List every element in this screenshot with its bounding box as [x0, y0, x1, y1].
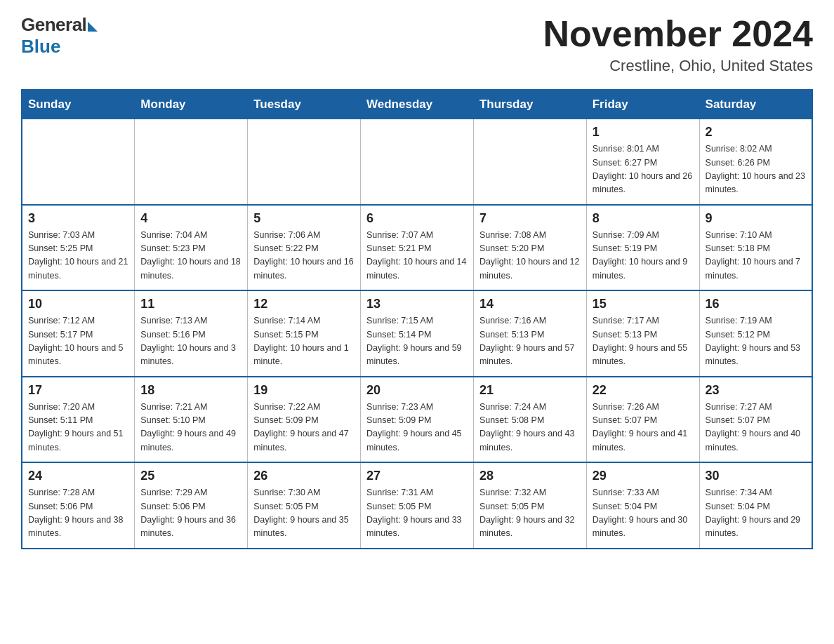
day-info: Sunrise: 8:01 AMSunset: 6:27 PMDaylight:…	[593, 142, 694, 197]
day-number: 13	[366, 297, 468, 311]
day-number: 9	[706, 211, 806, 226]
location-subtitle: Crestline, Ohio, United States	[543, 57, 813, 75]
weekday-header-wednesday: Wednesday	[361, 90, 474, 119]
calendar-week-row: 10Sunrise: 7:12 AMSunset: 5:17 PMDayligh…	[22, 290, 812, 377]
page-header: General Blue November 2024 Crestline, Oh…	[21, 14, 813, 75]
day-number: 19	[253, 383, 355, 398]
day-info: Sunrise: 7:04 AMSunset: 5:23 PMDaylight:…	[140, 229, 241, 283]
calendar-cell: 18Sunrise: 7:21 AMSunset: 5:10 PMDayligh…	[135, 377, 248, 463]
day-info: Sunrise: 7:03 AMSunset: 5:25 PMDaylight:…	[28, 229, 128, 283]
calendar-cell: 6Sunrise: 7:07 AMSunset: 5:21 PMDaylight…	[361, 205, 474, 291]
day-info: Sunrise: 7:24 AMSunset: 5:08 PMDaylight:…	[479, 401, 581, 455]
day-info: Sunrise: 7:26 AMSunset: 5:07 PMDaylight:…	[593, 401, 694, 455]
day-info: Sunrise: 7:32 AMSunset: 5:05 PMDaylight:…	[479, 486, 581, 541]
day-info: Sunrise: 7:29 AMSunset: 5:06 PMDaylight:…	[140, 486, 241, 541]
calendar-cell: 15Sunrise: 7:17 AMSunset: 5:13 PMDayligh…	[586, 290, 699, 377]
day-info: Sunrise: 7:14 AMSunset: 5:15 PMDaylight:…	[253, 314, 355, 369]
calendar-cell: 3Sunrise: 7:03 AMSunset: 5:25 PMDaylight…	[22, 205, 135, 291]
weekday-header-saturday: Saturday	[699, 90, 812, 119]
logo-blue-text: Blue	[21, 36, 60, 58]
weekday-header-thursday: Thursday	[473, 90, 586, 119]
day-number: 17	[28, 383, 128, 398]
day-number: 20	[366, 383, 468, 398]
day-number: 11	[140, 297, 241, 311]
calendar-cell: 14Sunrise: 7:16 AMSunset: 5:13 PMDayligh…	[473, 290, 586, 377]
day-info: Sunrise: 7:19 AMSunset: 5:12 PMDaylight:…	[706, 314, 806, 369]
calendar-cell: 24Sunrise: 7:28 AMSunset: 5:06 PMDayligh…	[22, 462, 135, 549]
day-number: 3	[28, 211, 128, 226]
day-number: 21	[479, 383, 581, 398]
day-info: Sunrise: 7:15 AMSunset: 5:14 PMDaylight:…	[366, 314, 468, 369]
day-number: 30	[706, 469, 806, 483]
day-info: Sunrise: 8:02 AMSunset: 6:26 PMDaylight:…	[706, 142, 806, 197]
logo-arrow-icon	[88, 22, 98, 32]
weekday-header-monday: Monday	[135, 90, 248, 119]
day-number: 26	[253, 469, 355, 483]
calendar-cell: 28Sunrise: 7:32 AMSunset: 5:05 PMDayligh…	[473, 462, 586, 549]
day-info: Sunrise: 7:10 AMSunset: 5:18 PMDaylight:…	[706, 229, 806, 283]
calendar-cell: 26Sunrise: 7:30 AMSunset: 5:05 PMDayligh…	[248, 462, 361, 549]
day-number: 24	[28, 469, 128, 483]
day-number: 4	[140, 211, 241, 226]
day-number: 1	[593, 125, 694, 140]
day-info: Sunrise: 7:23 AMSunset: 5:09 PMDaylight:…	[366, 401, 468, 455]
day-info: Sunrise: 7:09 AMSunset: 5:19 PMDaylight:…	[593, 229, 694, 283]
day-number: 16	[706, 297, 806, 311]
day-number: 6	[366, 211, 468, 226]
weekday-header-tuesday: Tuesday	[248, 90, 361, 119]
day-info: Sunrise: 7:13 AMSunset: 5:16 PMDaylight:…	[140, 314, 241, 369]
calendar-cell	[361, 119, 474, 205]
calendar-week-row: 24Sunrise: 7:28 AMSunset: 5:06 PMDayligh…	[22, 462, 812, 549]
calendar-cell: 10Sunrise: 7:12 AMSunset: 5:17 PMDayligh…	[22, 290, 135, 377]
calendar-cell: 27Sunrise: 7:31 AMSunset: 5:05 PMDayligh…	[361, 462, 474, 549]
day-info: Sunrise: 7:16 AMSunset: 5:13 PMDaylight:…	[479, 314, 581, 369]
calendar-cell: 2Sunrise: 8:02 AMSunset: 6:26 PMDaylight…	[699, 119, 812, 205]
calendar-cell	[135, 119, 248, 205]
calendar-cell: 8Sunrise: 7:09 AMSunset: 5:19 PMDaylight…	[586, 205, 699, 291]
day-info: Sunrise: 7:31 AMSunset: 5:05 PMDaylight:…	[366, 486, 468, 541]
calendar-cell: 30Sunrise: 7:34 AMSunset: 5:04 PMDayligh…	[699, 462, 812, 549]
calendar-cell: 22Sunrise: 7:26 AMSunset: 5:07 PMDayligh…	[586, 377, 699, 463]
logo: General Blue	[21, 14, 98, 58]
calendar-cell: 5Sunrise: 7:06 AMSunset: 5:22 PMDaylight…	[248, 205, 361, 291]
calendar-cell: 7Sunrise: 7:08 AMSunset: 5:20 PMDaylight…	[473, 205, 586, 291]
weekday-header-friday: Friday	[586, 90, 699, 119]
calendar-cell: 17Sunrise: 7:20 AMSunset: 5:11 PMDayligh…	[22, 377, 135, 463]
day-number: 10	[28, 297, 128, 311]
calendar-cell: 20Sunrise: 7:23 AMSunset: 5:09 PMDayligh…	[361, 377, 474, 463]
calendar-cell	[473, 119, 586, 205]
title-block: November 2024 Crestline, Ohio, United St…	[543, 14, 813, 75]
day-number: 5	[253, 211, 355, 226]
calendar-cell: 21Sunrise: 7:24 AMSunset: 5:08 PMDayligh…	[473, 377, 586, 463]
calendar-cell: 9Sunrise: 7:10 AMSunset: 5:18 PMDaylight…	[699, 205, 812, 291]
day-info: Sunrise: 7:07 AMSunset: 5:21 PMDaylight:…	[366, 229, 468, 283]
day-number: 25	[140, 469, 241, 483]
calendar-cell: 11Sunrise: 7:13 AMSunset: 5:16 PMDayligh…	[135, 290, 248, 377]
day-number: 12	[253, 297, 355, 311]
calendar-week-row: 3Sunrise: 7:03 AMSunset: 5:25 PMDaylight…	[22, 205, 812, 291]
day-number: 8	[593, 211, 694, 226]
day-info: Sunrise: 7:20 AMSunset: 5:11 PMDaylight:…	[28, 401, 128, 455]
day-info: Sunrise: 7:22 AMSunset: 5:09 PMDaylight:…	[253, 401, 355, 455]
day-number: 15	[593, 297, 694, 311]
day-number: 29	[593, 469, 694, 483]
calendar-cell: 19Sunrise: 7:22 AMSunset: 5:09 PMDayligh…	[248, 377, 361, 463]
day-info: Sunrise: 7:21 AMSunset: 5:10 PMDaylight:…	[140, 401, 241, 455]
calendar-cell	[22, 119, 135, 205]
day-info: Sunrise: 7:17 AMSunset: 5:13 PMDaylight:…	[593, 314, 694, 369]
day-number: 14	[479, 297, 581, 311]
day-info: Sunrise: 7:12 AMSunset: 5:17 PMDaylight:…	[28, 314, 128, 369]
day-info: Sunrise: 7:08 AMSunset: 5:20 PMDaylight:…	[479, 229, 581, 283]
day-number: 18	[140, 383, 241, 398]
calendar-cell	[248, 119, 361, 205]
day-info: Sunrise: 7:27 AMSunset: 5:07 PMDaylight:…	[706, 401, 806, 455]
weekday-header-row: SundayMondayTuesdayWednesdayThursdayFrid…	[22, 90, 812, 119]
calendar-cell: 12Sunrise: 7:14 AMSunset: 5:15 PMDayligh…	[248, 290, 361, 377]
day-number: 23	[706, 383, 806, 398]
day-info: Sunrise: 7:34 AMSunset: 5:04 PMDaylight:…	[706, 486, 806, 541]
day-number: 27	[366, 469, 468, 483]
weekday-header-sunday: Sunday	[22, 90, 135, 119]
calendar-week-row: 1Sunrise: 8:01 AMSunset: 6:27 PMDaylight…	[22, 119, 812, 205]
day-number: 2	[706, 125, 806, 140]
day-info: Sunrise: 7:06 AMSunset: 5:22 PMDaylight:…	[253, 229, 355, 283]
